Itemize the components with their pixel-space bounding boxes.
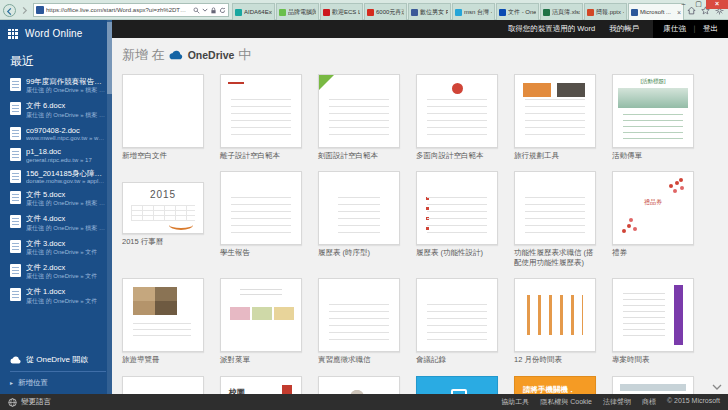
recent-document-item[interactable]: 文件 2.docx康仕強 的 OneDrive » 文件 bbox=[0, 260, 112, 284]
footer-link[interactable]: 協助工具 bbox=[501, 397, 529, 407]
template-tile[interactable]: 請將手機關機． bbox=[514, 376, 596, 395]
project-timeline-thumbnail bbox=[612, 278, 694, 352]
url-text: https://office.live.com/start/Word.aspx?… bbox=[46, 7, 191, 13]
refresh-icon[interactable] bbox=[219, 7, 226, 14]
sign-out-link[interactable]: 登出 bbox=[703, 24, 718, 34]
recent-document-title: 99年度寫作競賽報告（贏在軟實... bbox=[26, 77, 106, 86]
footer-link[interactable]: © 2015 Microsoft bbox=[667, 397, 720, 407]
recent-document-item[interactable]: 99年度寫作競賽報告（贏在軟實...康仕強 的 OneDrive » 檔案 » … bbox=[0, 74, 112, 98]
template-tile[interactable]: 派對菜單 bbox=[220, 278, 302, 364]
resume-functional-thumbnail bbox=[416, 171, 498, 245]
browser-tab[interactable]: 數位男女 Face... bbox=[408, 3, 451, 20]
template-tile[interactable]: 專案時間表 bbox=[612, 278, 694, 364]
template-tile[interactable]: 禮品券禮券 bbox=[612, 171, 694, 257]
template-tile[interactable]: 學生報告 bbox=[220, 171, 302, 257]
recent-document-item[interactable]: 文件 5.docx康仕強 的 OneDrive » 檔案 » 文件 bbox=[0, 187, 112, 211]
thumbnail-text: [活動標題] bbox=[613, 78, 693, 85]
document-icon bbox=[10, 78, 21, 91]
browser-forward-button[interactable] bbox=[18, 4, 31, 17]
template-tile[interactable]: 履歷表 (功能性設計) bbox=[416, 171, 498, 257]
template-tile[interactable]: 12 月份時間表 bbox=[514, 278, 596, 364]
template-tile[interactable]: 旅行規劃工具 bbox=[514, 74, 596, 160]
tab-title: AIDA64Extrem... bbox=[244, 9, 272, 15]
window-controls: – ▢ × bbox=[676, 0, 728, 9]
cover-letter-thumbnail bbox=[514, 171, 596, 245]
close-button[interactable]: × bbox=[706, 0, 728, 9]
recent-document-path: 康仕強 的 OneDrive » 文件 bbox=[26, 297, 97, 306]
browser-back-button[interactable] bbox=[3, 4, 16, 17]
open-from-onedrive-button[interactable]: 從 OneDrive 開啟 bbox=[10, 354, 106, 365]
scroll-down-chevron-icon[interactable] bbox=[712, 384, 722, 390]
template-tile[interactable]: 功能性履歷表求職信 (搭配使用功能性履歷表) bbox=[514, 171, 596, 267]
template-tile[interactable]: 履歷表 (時序型) bbox=[318, 171, 400, 257]
app-launcher-icon[interactable] bbox=[8, 29, 18, 39]
add-location-button[interactable]: 新增位置 bbox=[10, 378, 106, 388]
travel-brochure-thumbnail bbox=[122, 278, 204, 352]
figure-doc-thumbnail bbox=[318, 376, 400, 395]
lock-icon bbox=[210, 7, 217, 14]
template-label: 新增空白文件 bbox=[122, 151, 204, 160]
browser-tab[interactable]: 6000元再送x8... bbox=[364, 3, 407, 20]
recent-document-title: 156_2014185身心障礙者多元服... bbox=[26, 169, 106, 178]
user-name[interactable]: 康仕強 bbox=[663, 24, 686, 34]
browser-tab[interactable]: 品牌電腦與週邊... bbox=[276, 3, 319, 20]
tab-title: msn 台灣 - hot... bbox=[464, 8, 492, 17]
template-tile[interactable] bbox=[612, 376, 694, 395]
search-icon[interactable] bbox=[193, 7, 200, 14]
template-tile[interactable] bbox=[416, 376, 498, 395]
template-tile[interactable]: 旅遊導覽冊 bbox=[122, 278, 204, 364]
template-tile[interactable]: 會議記錄 bbox=[416, 278, 498, 364]
template-label: 多面向設計空白範本 bbox=[416, 151, 498, 160]
minimize-button[interactable]: – bbox=[676, 0, 691, 9]
template-label: 禮券 bbox=[612, 248, 694, 257]
template-tile[interactable]: 新增空白文件 bbox=[122, 74, 204, 160]
browser-tab[interactable]: 活頁簿.xlsx - M... bbox=[540, 3, 583, 20]
template-tile[interactable]: [活動標題]活動傳單 bbox=[612, 74, 694, 160]
recent-document-item[interactable]: 文件 3.docx康仕強 的 OneDrive » 文件 bbox=[0, 236, 112, 260]
recent-document-title: p1_18.doc bbox=[26, 147, 92, 156]
browser-tab[interactable]: msn 台灣 - hot... bbox=[452, 3, 495, 20]
recent-document-text: 文件 6.docx康仕強 的 OneDrive » 檔案 » 文件 bbox=[26, 101, 106, 119]
browser-tab[interactable]: 簡報.pptx - Mi... bbox=[584, 3, 627, 20]
template-row: 新增空白文件離子設計空白範本刻面設計空白範本多面向設計空白範本旅行規劃工具[活動… bbox=[122, 74, 728, 160]
student-report-thumbnail bbox=[220, 171, 302, 245]
browser-tab[interactable]: 文件 - OneDrive bbox=[496, 3, 539, 20]
recent-document-item[interactable]: co970408-2.docwww.mwell.ntpc.gov.tw » we… bbox=[0, 123, 112, 144]
recent-document-path: donate.mohw.gov.tw » apply_table bbox=[26, 178, 106, 184]
footer-link[interactable]: 隱私權與 Cookie bbox=[540, 397, 592, 407]
browser-tab[interactable]: AIDA64Extrem... bbox=[232, 3, 275, 20]
gallery-header: 新增 在 OneDrive 中 bbox=[122, 46, 728, 64]
recent-document-item[interactable]: 文件 4.docx康仕強 的 OneDrive » 檔案 » 文件 bbox=[0, 211, 112, 235]
template-tile[interactable]: 離子設計空白範本 bbox=[220, 74, 302, 160]
recent-document-item[interactable]: p1_18.docgeneral.ntpc.edu.tw » 17 bbox=[0, 144, 112, 165]
template-tile[interactable] bbox=[318, 376, 400, 395]
tab-close-icon[interactable]: × bbox=[677, 9, 681, 16]
account-divider: ｜ bbox=[691, 24, 698, 34]
recent-document-title: 文件 2.docx bbox=[26, 263, 97, 272]
tab-strip: AIDA64Extrem...品牌電腦與週邊...歡迎ECS LIVA...60… bbox=[232, 3, 684, 20]
calendar-thumbnail: 2015 bbox=[122, 182, 204, 234]
template-tile[interactable]: 多面向設計空白範本 bbox=[416, 74, 498, 160]
change-language-button[interactable]: 變更語言 bbox=[8, 397, 51, 407]
my-account-link[interactable]: 我的帳戶 bbox=[609, 24, 639, 34]
template-label: 旅遊導覽冊 bbox=[122, 355, 204, 364]
recent-document-item[interactable]: 156_2014185身心障礙者多元服...donate.mohw.gov.tw… bbox=[0, 166, 112, 187]
template-tile[interactable] bbox=[122, 376, 204, 395]
blue-phone-thumbnail bbox=[416, 376, 498, 395]
excel-favicon-icon bbox=[543, 9, 550, 16]
browser-tab[interactable]: 歡迎ECS LIVA... bbox=[320, 3, 363, 20]
recent-heading: 最近 bbox=[10, 53, 112, 70]
recent-document-item[interactable]: 文件 6.docx康仕強 的 OneDrive » 檔案 » 文件 bbox=[0, 98, 112, 122]
get-word-link[interactable]: 取得您的裝置適用的 Word bbox=[508, 24, 595, 34]
template-tile[interactable]: 實習應徵求職信 bbox=[318, 278, 400, 364]
chevron-down-icon[interactable] bbox=[202, 7, 208, 13]
recent-document-item[interactable]: 文件 1.docx康仕強 的 OneDrive » 文件 bbox=[0, 284, 112, 308]
footer-link[interactable]: 商標 bbox=[642, 397, 656, 407]
template-tile[interactable]: 20152015 行事曆 bbox=[122, 171, 204, 246]
template-tile[interactable]: 刻面設計空白範本 bbox=[318, 74, 400, 160]
template-tile[interactable]: 校園 bbox=[220, 376, 302, 395]
template-rows: 新增空白文件離子設計空白範本刻面設計空白範本多面向設計空白範本旅行規劃工具[活動… bbox=[122, 74, 728, 394]
footer-link[interactable]: 法律聲明 bbox=[603, 397, 631, 407]
maximize-button[interactable]: ▢ bbox=[691, 0, 706, 9]
address-bar[interactable]: https://office.live.com/start/Word.aspx?… bbox=[33, 3, 229, 17]
